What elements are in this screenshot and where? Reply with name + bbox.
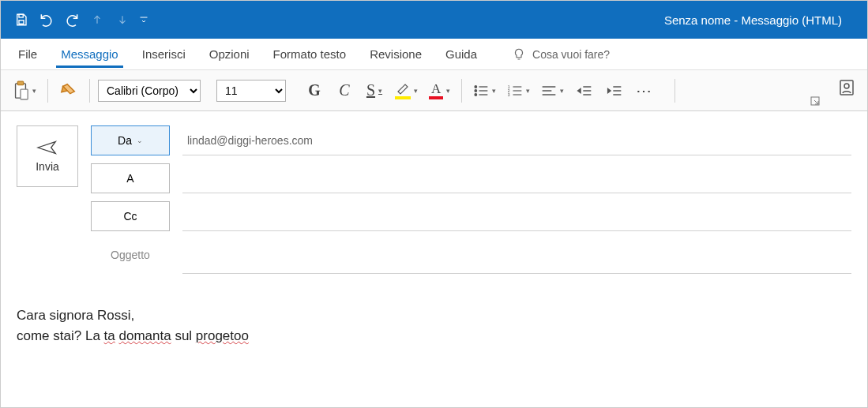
font-name-select[interactable]: Calibri (Corpo) <box>98 80 201 102</box>
quick-access-toolbar <box>10 9 151 31</box>
cc-button[interactable]: Cc <box>91 201 170 231</box>
redo-button[interactable] <box>61 9 83 31</box>
svg-rect-4 <box>21 89 28 99</box>
underline-button[interactable]: S▾ <box>362 78 387 103</box>
send-label: Invia <box>36 160 59 173</box>
tell-me-placeholder: Cosa vuoi fare? <box>532 48 610 61</box>
tab-help[interactable]: Guida <box>434 41 488 67</box>
tell-me-search[interactable]: Cosa vuoi fare? <box>505 44 616 65</box>
spelling-error: progetoo <box>196 328 249 343</box>
font-size-select[interactable]: 11 <box>216 80 286 102</box>
tab-insert[interactable]: Inserisci <box>131 41 197 67</box>
chevron-down-icon: ▾ <box>492 87 496 95</box>
subject-label: Oggetto <box>91 249 170 261</box>
separator <box>89 79 90 103</box>
paste-button[interactable]: ▾ <box>9 78 39 103</box>
previous-item-button[interactable] <box>86 9 108 31</box>
subject-field[interactable] <box>182 244 851 274</box>
svg-point-7 <box>475 89 477 92</box>
tab-message[interactable]: Messaggio <box>50 41 130 67</box>
to-field[interactable] <box>182 163 851 193</box>
title-bar: Senza nome - Messaggio (HTML) <box>1 1 867 39</box>
separator <box>47 79 48 103</box>
cc-field[interactable] <box>182 201 851 231</box>
more-commands-button[interactable]: ⋯ <box>632 78 657 103</box>
tab-options[interactable]: Opzioni <box>198 41 261 67</box>
send-icon <box>36 140 58 155</box>
body-line-2: come stai? La ta domanta sul progetoo <box>17 326 851 346</box>
address-book-button[interactable] <box>837 78 856 97</box>
separator <box>674 79 675 103</box>
tab-review[interactable]: Revisione <box>359 41 433 67</box>
ribbon-tabs: File Messaggio Inserisci Opzioni Formato… <box>1 39 867 70</box>
font-color-button[interactable]: A ▾ <box>426 78 453 103</box>
chevron-down-icon: ▾ <box>32 87 36 95</box>
next-item-button[interactable] <box>111 9 133 31</box>
chevron-down-icon: ▾ <box>414 87 418 95</box>
chevron-down-icon: ▾ <box>446 87 450 95</box>
chevron-down-icon: ⌄ <box>137 137 143 144</box>
message-body[interactable]: Cara signora Rossi, come stai? La ta dom… <box>17 305 851 346</box>
svg-rect-27 <box>840 80 853 95</box>
bold-button[interactable]: G <box>302 78 327 103</box>
italic-button[interactable]: C <box>332 78 357 103</box>
from-button[interactable]: Da ⌄ <box>91 125 170 155</box>
tab-format-text[interactable]: Formato testo <box>262 41 358 67</box>
to-button[interactable]: A <box>91 163 170 193</box>
format-painter-button[interactable] <box>56 78 81 103</box>
ribbon-toolbar: ▾ Calibri (Corpo) 11 G C S▾ ▾ A ▾ ▾ 123 … <box>1 70 867 111</box>
undo-button[interactable] <box>36 9 58 31</box>
send-button[interactable]: Invia <box>17 125 78 187</box>
svg-point-9 <box>475 93 477 95</box>
compose-area: Invia Da ⌄ A Cc Oggetto Cara signora Ros… <box>1 111 867 360</box>
dialog-launcher-button[interactable] <box>810 96 820 107</box>
chevron-down-icon: ▾ <box>378 87 382 95</box>
align-button[interactable]: ▾ <box>538 78 567 103</box>
from-field[interactable] <box>182 125 851 155</box>
svg-rect-0 <box>19 14 23 17</box>
separator <box>461 79 462 103</box>
numbered-list-button[interactable]: 123 ▾ <box>504 78 533 103</box>
svg-point-5 <box>475 85 477 88</box>
save-button[interactable] <box>10 9 32 31</box>
spelling-error: domanta <box>118 328 171 343</box>
body-line-1: Cara signora Rossi, <box>17 305 851 326</box>
chevron-down-icon: ▾ <box>560 87 564 95</box>
spelling-error: ta <box>104 328 115 343</box>
lightbulb-icon <box>512 47 526 62</box>
svg-text:3: 3 <box>508 92 510 96</box>
tab-file[interactable]: File <box>7 41 48 67</box>
customize-qat-button[interactable] <box>137 9 151 31</box>
chevron-down-icon: ▾ <box>526 87 530 95</box>
bullet-list-button[interactable]: ▾ <box>470 78 499 103</box>
svg-point-28 <box>844 84 849 88</box>
decrease-indent-button[interactable] <box>572 78 597 103</box>
svg-rect-3 <box>17 81 23 85</box>
window-title: Senza nome - Messaggio (HTML) <box>664 13 842 27</box>
svg-rect-1 <box>19 21 24 24</box>
increase-indent-button[interactable] <box>602 78 627 103</box>
highlight-button[interactable]: ▾ <box>392 78 421 103</box>
